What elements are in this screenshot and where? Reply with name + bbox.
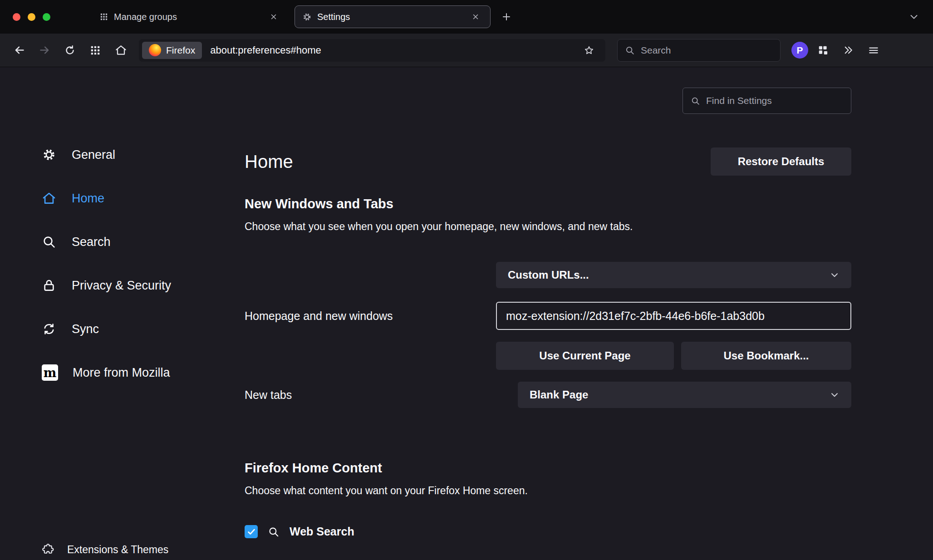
reload-button[interactable] xyxy=(59,39,81,61)
navigation-toolbar: Firefox about:preferences#home P xyxy=(0,34,933,67)
sidebar-footer: Extensions & Themes Firefox Support xyxy=(42,536,168,560)
home-icon xyxy=(42,191,57,206)
use-current-page-button[interactable]: Use Current Page xyxy=(496,342,674,370)
sidebar-item-label: Sync xyxy=(72,322,99,336)
homepage-label: Homepage and new windows xyxy=(245,309,496,323)
sync-icon xyxy=(42,322,57,336)
search-icon xyxy=(268,526,280,538)
sidebar-item-label: General xyxy=(72,148,115,162)
close-window-button[interactable] xyxy=(13,13,20,21)
firefox-logo-icon xyxy=(149,44,161,56)
sidebar-item-search[interactable]: Search xyxy=(42,226,232,258)
new-tabs-value: Blank Page xyxy=(530,388,588,401)
tab-strip: Manage groups Settings xyxy=(92,5,491,28)
lock-icon xyxy=(42,278,57,293)
web-search-setting-row: Web Search xyxy=(245,525,851,538)
chevron-down-icon xyxy=(830,390,840,400)
site-identity-chip[interactable]: Firefox xyxy=(142,42,202,59)
sidebar-item-home[interactable]: Home xyxy=(42,182,232,215)
sidebar-item-general[interactable]: General xyxy=(42,138,232,171)
tab-label: Settings xyxy=(317,12,463,22)
section-heading-firefox-home-content: Firefox Home Content xyxy=(245,461,851,476)
close-tab-icon[interactable] xyxy=(266,10,281,24)
sidebar-item-sync[interactable]: Sync xyxy=(42,313,232,345)
sidebar-item-privacy-security[interactable]: Privacy & Security xyxy=(42,269,232,302)
settings-page: General Home Search Privacy & Security S… xyxy=(0,67,933,560)
homepage-form: Custom URLs... Homepage and new windows … xyxy=(245,262,851,408)
url-bar[interactable]: Firefox about:preferences#home xyxy=(139,39,605,62)
list-all-tabs-button[interactable] xyxy=(904,7,924,27)
web-search-label: Web Search xyxy=(290,525,354,538)
chevron-down-icon xyxy=(830,270,840,280)
new-tabs-label: New tabs xyxy=(245,388,518,402)
overflow-chevrons-icon[interactable] xyxy=(837,39,859,61)
search-icon xyxy=(42,235,57,249)
minimize-window-button[interactable] xyxy=(28,13,35,21)
section-description: Choose what content you want on your Fir… xyxy=(245,485,851,497)
web-search-checkbox[interactable] xyxy=(245,525,258,538)
home-settings-panel: Home Restore Defaults New Windows and Ta… xyxy=(245,67,851,560)
section-heading-new-windows-tabs: New Windows and Tabs xyxy=(245,196,851,211)
url-text[interactable]: about:preferences#home xyxy=(210,44,580,56)
sidebar-item-label: Search xyxy=(72,235,111,249)
traffic-lights xyxy=(13,13,50,21)
sidebar-item-label: Home xyxy=(72,192,104,206)
window-tab-bar: Manage groups Settings xyxy=(0,0,933,34)
mozilla-logo-icon: m xyxy=(42,364,58,381)
home-button[interactable] xyxy=(110,39,132,61)
gear-icon xyxy=(42,147,57,162)
menu-hamburger-icon[interactable] xyxy=(863,39,884,61)
search-input[interactable] xyxy=(641,45,773,56)
puzzle-icon xyxy=(42,543,54,556)
search-icon xyxy=(625,45,635,55)
page-title: Home xyxy=(245,152,293,172)
sidebar-item-label: More from Mozilla xyxy=(73,366,170,380)
back-button[interactable] xyxy=(8,39,30,61)
restore-defaults-button[interactable]: Restore Defaults xyxy=(711,147,851,176)
sidebar-item-extensions-themes[interactable]: Extensions & Themes xyxy=(42,536,168,560)
apps-grid-icon[interactable] xyxy=(84,39,106,61)
new-tabs-select[interactable]: Blank Page xyxy=(518,382,851,408)
settings-sidebar: General Home Search Privacy & Security S… xyxy=(42,138,232,400)
tab-manage-groups[interactable]: Manage groups xyxy=(92,5,288,28)
close-tab-icon[interactable] xyxy=(468,10,483,24)
homepage-mode-select[interactable]: Custom URLs... xyxy=(496,262,851,288)
extensions-icon[interactable] xyxy=(812,39,834,61)
bookmark-star-icon[interactable] xyxy=(580,41,598,59)
toolbar-search-field[interactable] xyxy=(617,39,781,62)
tab-label: Manage groups xyxy=(114,12,261,22)
profile-avatar[interactable]: P xyxy=(791,42,808,59)
forward-button[interactable] xyxy=(34,39,55,61)
homepage-mode-value: Custom URLs... xyxy=(508,269,589,281)
tab-settings[interactable]: Settings xyxy=(295,5,491,28)
sidebar-item-more-from-mozilla[interactable]: m More from Mozilla xyxy=(42,356,232,389)
use-bookmark-button[interactable]: Use Bookmark... xyxy=(681,342,851,370)
new-tab-button[interactable] xyxy=(497,7,516,26)
sidebar-footer-label: Extensions & Themes xyxy=(67,544,168,556)
zoom-window-button[interactable] xyxy=(43,13,50,21)
grid-icon xyxy=(99,12,108,21)
site-identity-label: Firefox xyxy=(166,45,195,56)
homepage-url-input[interactable] xyxy=(496,302,851,330)
section-description: Choose what you see when you open your h… xyxy=(245,221,851,233)
gear-icon xyxy=(302,12,312,22)
sidebar-item-label: Privacy & Security xyxy=(72,279,171,293)
